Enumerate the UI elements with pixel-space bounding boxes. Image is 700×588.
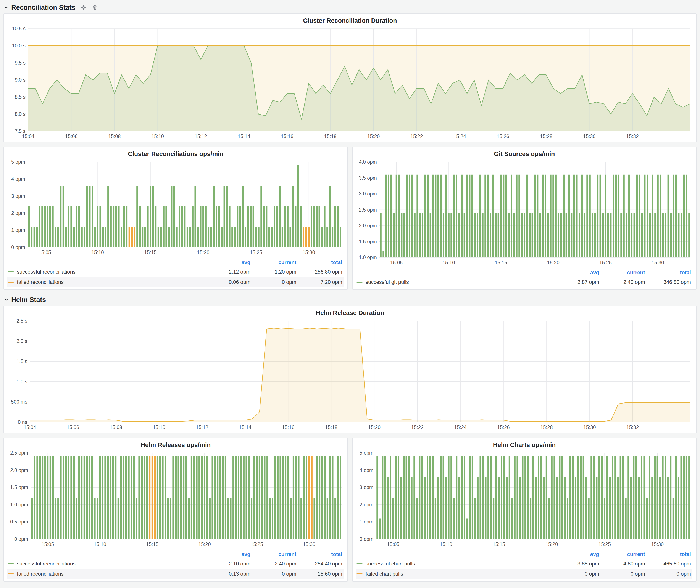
- legend-value: 0 opm: [646, 571, 692, 577]
- svg-text:15:30: 15:30: [303, 250, 315, 255]
- legend-sort-avg[interactable]: avg: [554, 551, 600, 557]
- panel-git-sources-ops: Git Sources ops/min 4.0 opm3.5 opm3.0 op…: [352, 147, 697, 290]
- legend-sort-total[interactable]: total: [646, 551, 692, 557]
- svg-text:15:25: 15:25: [251, 541, 263, 547]
- section-title-helm-stats: Helm Stats: [11, 296, 46, 304]
- legend-git-sources: avgcurrenttotalsuccessful git pulls2.87 …: [355, 267, 694, 288]
- svg-text:1.0 s: 1.0 s: [16, 379, 27, 384]
- chart-git-sources-ops[interactable]: 4.0 opm3.5 opm3.0 opm2.5 opm2.0 opm1.5 o…: [355, 159, 694, 267]
- svg-text:15:12: 15:12: [196, 425, 208, 430]
- svg-text:15:15: 15:15: [495, 260, 507, 265]
- legend-value: 2.87 opm: [554, 279, 600, 285]
- series-label[interactable]: failed reconciliations: [17, 279, 64, 285]
- chevron-down-icon: [4, 5, 9, 10]
- svg-text:15:08: 15:08: [108, 134, 121, 139]
- svg-text:15:15: 15:15: [493, 541, 505, 547]
- legend-row: failed reconciliations0.06 opm0 opm7.20 …: [7, 277, 344, 287]
- panel-title-helm-charts-ops[interactable]: Helm Charts ops/min: [355, 440, 694, 450]
- svg-text:4.0 opm: 4.0 opm: [359, 159, 377, 165]
- chart-helm-release-duration[interactable]: 2.5 s2.0 s1.5 s1.0 s500 ms0 ns15:0415:06…: [6, 318, 694, 432]
- svg-text:15:20: 15:20: [198, 541, 211, 547]
- series-label[interactable]: failed chart pulls: [366, 571, 403, 577]
- svg-text:4 opm: 4 opm: [360, 467, 373, 473]
- legend-sort-total[interactable]: total: [297, 551, 343, 557]
- legend-sort-total[interactable]: total: [646, 270, 692, 276]
- svg-text:15:10: 15:10: [91, 250, 104, 255]
- legend-sort-avg[interactable]: avg: [205, 551, 251, 557]
- svg-text:10.5 s: 10.5 s: [12, 26, 26, 31]
- svg-text:15:30: 15:30: [583, 134, 596, 139]
- chart-helm-charts-ops[interactable]: 5 opm4 opm3 opm2 opm1 opm0 opm15:0515:10…: [355, 450, 694, 549]
- svg-text:15:20: 15:20: [545, 541, 558, 547]
- gear-icon[interactable]: [79, 3, 88, 12]
- svg-text:15:10: 15:10: [440, 541, 452, 547]
- svg-text:15:05: 15:05: [390, 260, 403, 265]
- panel-title-helm-release-duration[interactable]: Helm Release Duration: [6, 308, 694, 318]
- svg-text:15:24: 15:24: [454, 134, 466, 139]
- svg-text:15:04: 15:04: [24, 425, 36, 430]
- svg-text:500 ms: 500 ms: [11, 399, 27, 405]
- legend-value: 4.80 opm: [600, 561, 646, 567]
- panel-helm-charts-ops: Helm Charts ops/min 5 opm4 opm3 opm2 opm…: [352, 438, 697, 582]
- svg-text:15:22: 15:22: [411, 425, 424, 430]
- legend-sort-current[interactable]: current: [600, 270, 646, 276]
- svg-text:0 opm: 0 opm: [360, 536, 373, 542]
- svg-text:15:28: 15:28: [540, 425, 553, 430]
- trash-icon[interactable]: [90, 3, 99, 12]
- legend-value: 0 opm: [251, 571, 297, 577]
- grafana-dashboard: Reconciliation Stats Cluster Reconciliat…: [0, 0, 700, 583]
- svg-text:2 opm: 2 opm: [11, 210, 25, 216]
- legend-value: 0 opm: [600, 571, 646, 577]
- chart-cluster-reconciliations-ops[interactable]: 5 opm4 opm3 opm2 opm1 opm0 opm15:0515:10…: [6, 159, 345, 257]
- svg-text:15:30: 15:30: [583, 425, 596, 430]
- svg-text:15:30: 15:30: [651, 541, 664, 547]
- legend-sort-avg[interactable]: avg: [554, 270, 600, 276]
- legend-value: 3.85 opm: [554, 561, 600, 567]
- panel-title-cluster-reconciliation-duration[interactable]: Cluster Reconciliation Duration: [6, 16, 694, 26]
- svg-text:1 opm: 1 opm: [11, 227, 25, 233]
- panel-title-cluster-reconciliations-ops[interactable]: Cluster Reconciliations ops/min: [6, 149, 345, 159]
- svg-text:2.5 s: 2.5 s: [16, 318, 27, 324]
- svg-text:15:08: 15:08: [110, 425, 122, 430]
- legend-sort-current[interactable]: current: [251, 259, 297, 265]
- series-label[interactable]: successful git pulls: [366, 279, 409, 285]
- panel-cluster-reconciliation-duration: Cluster Reconciliation Duration 10.5 s10…: [3, 13, 697, 142]
- svg-text:15:15: 15:15: [146, 541, 159, 547]
- chart-helm-releases-ops[interactable]: 2.5 opm2.0 opm1.5 opm1.0 opm0.5 opm0 opm…: [6, 450, 345, 549]
- legend-sort-total[interactable]: total: [297, 259, 343, 265]
- series-label[interactable]: failed reconciliations: [17, 571, 64, 577]
- svg-text:15:32: 15:32: [626, 425, 639, 430]
- svg-text:2.0 opm: 2.0 opm: [10, 467, 28, 473]
- svg-text:15:28: 15:28: [540, 134, 552, 139]
- svg-text:3.0 opm: 3.0 opm: [359, 191, 377, 197]
- legend-helm-charts: avgcurrenttotalsuccessful chart pulls3.8…: [355, 549, 694, 580]
- chart-cluster-reconciliation-duration[interactable]: 10.5 s10.0 s9.5 s9.0 s8.5 s8.0 s7.5 s15:…: [6, 26, 694, 141]
- series-color-dash: [356, 282, 363, 283]
- chevron-down-icon: [4, 297, 9, 302]
- svg-text:3.5 opm: 3.5 opm: [359, 175, 377, 181]
- legend-value: 1.20 opm: [251, 269, 297, 275]
- svg-text:15:12: 15:12: [195, 134, 207, 139]
- svg-text:15:20: 15:20: [547, 260, 560, 265]
- svg-text:10.0 s: 10.0 s: [12, 43, 26, 48]
- panel-title-helm-releases-ops[interactable]: Helm Releases ops/min: [6, 440, 345, 450]
- svg-text:5 opm: 5 opm: [11, 159, 25, 165]
- svg-text:0 ns: 0 ns: [18, 419, 27, 425]
- legend-sort-avg[interactable]: avg: [205, 259, 251, 265]
- legend-sort-current[interactable]: current: [600, 551, 646, 557]
- section-header-helm-stats[interactable]: Helm Stats: [3, 294, 697, 306]
- legend-sort-current[interactable]: current: [251, 551, 297, 557]
- svg-text:5 opm: 5 opm: [360, 450, 373, 456]
- legend-value: 254.40 opm: [297, 561, 343, 567]
- legend-header-row: avgcurrenttotal: [7, 550, 344, 559]
- svg-text:0.5 opm: 0.5 opm: [10, 519, 28, 525]
- panel-title-git-sources-ops[interactable]: Git Sources ops/min: [355, 149, 694, 159]
- legend-value: 7.20 opm: [297, 279, 343, 285]
- legend-value: 0 opm: [251, 279, 297, 285]
- series-label[interactable]: successful reconciliations: [17, 269, 76, 275]
- series-label[interactable]: successful chart pulls: [366, 561, 415, 567]
- section-header-reconciliation-stats[interactable]: Reconciliation Stats: [3, 2, 697, 13]
- series-label[interactable]: successful reconciliations: [17, 561, 76, 567]
- svg-text:15:04: 15:04: [22, 134, 34, 139]
- svg-text:7.5 s: 7.5 s: [15, 128, 26, 134]
